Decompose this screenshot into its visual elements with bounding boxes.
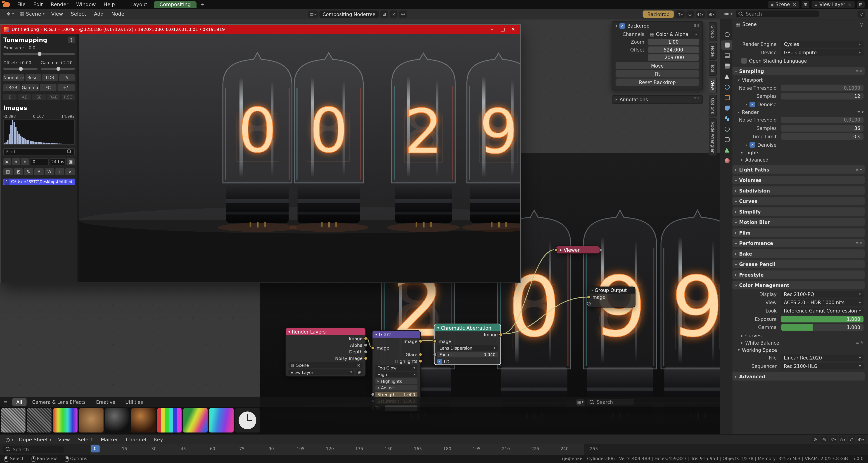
panel-motion-blur[interactable]: ▸Motion Blur <box>732 218 865 226</box>
gizmos-icon[interactable]: ◉▾ <box>707 11 716 18</box>
viewer-button-[interactable]: ✎ <box>59 74 75 81</box>
only-selected-icon[interactable]: ⊙ <box>812 436 819 443</box>
collapse-icon[interactable]: ▾ <box>591 288 593 293</box>
menu-window[interactable]: Window <box>72 0 100 9</box>
prop-exposure[interactable]: Exposure1.000 <box>732 315 864 323</box>
viewer-button-i[interactable]: i <box>55 168 64 175</box>
show-hidden-icon[interactable]: ◎ <box>820 436 828 443</box>
panel-options-icons[interactable]: ≡ ▾ <box>856 167 862 172</box>
asset-thumbnail-sphere[interactable] <box>105 408 130 432</box>
viewer-button-[interactable]: ▤ <box>3 168 13 175</box>
dropdown-device[interactable]: GPU Compute▾ <box>781 49 864 56</box>
viewer-button-fc[interactable]: FC <box>39 84 57 91</box>
collapse-icon[interactable]: ▾ <box>437 325 439 330</box>
sidebar-tab-view[interactable]: View <box>709 77 717 93</box>
pin-icon[interactable]: ◎ <box>859 22 864 27</box>
editor-type-dropdown[interactable]: ❖▾ <box>3 11 17 16</box>
material-properties-tab[interactable] <box>721 156 732 165</box>
collapse-icon[interactable]: ▸ <box>746 143 747 147</box>
fit-button[interactable]: Fit <box>616 70 699 77</box>
viewer-button-ldr[interactable]: LDR <box>42 74 58 81</box>
object-data-properties-tab[interactable] <box>721 145 732 155</box>
sidebar-tab-node-wrangler[interactable]: Node Wrangler <box>709 118 717 156</box>
viewer-button-gamma[interactable]: Gamma <box>22 84 38 91</box>
offset-x-field[interactable]: 524.000 <box>648 46 699 53</box>
viewer-button-[interactable]: × <box>66 168 75 175</box>
help-button[interactable]: ? <box>68 37 74 43</box>
panel-denoise[interactable]: ▸✓Denoise <box>732 101 867 108</box>
exposure-slider[interactable] <box>3 52 75 57</box>
collapse-icon[interactable]: ▸ <box>735 272 737 277</box>
particles-properties-tab[interactable] <box>721 114 732 123</box>
world-properties-tab[interactable] <box>721 82 732 92</box>
view-layer-selector[interactable]: ≡View Layer× <box>811 1 855 8</box>
collapse-icon[interactable]: ▾ <box>738 78 740 82</box>
menu-node[interactable]: Node <box>107 11 128 16</box>
asset-thumbnail-noise[interactable] <box>1 408 26 432</box>
asset-thumbnail-noise[interactable] <box>27 408 52 432</box>
collapse-icon[interactable]: ▸ <box>735 220 737 224</box>
collapse-icon[interactable]: ▸ <box>741 333 743 338</box>
new-view-layer-button[interactable]: ⊞ <box>857 1 865 8</box>
panel-bake[interactable]: ▸Bake <box>732 250 865 258</box>
overlays-icon[interactable]: ◐▾ <box>696 11 705 18</box>
panel-performance[interactable]: ▸Performance≡ ▾ <box>732 239 865 247</box>
find-input[interactable]: Find <box>3 148 75 156</box>
checkbox[interactable]: ✓ <box>750 102 755 107</box>
depth-output-socket[interactable] <box>364 350 367 354</box>
panel-open-shading-language[interactable]: Open Shading Language <box>732 57 867 65</box>
minimize-button[interactable]: – <box>488 27 496 32</box>
menu-view[interactable]: View <box>54 436 74 442</box>
collapse-icon[interactable]: ▸ <box>735 262 737 266</box>
render-layers-node[interactable]: ▾Render Layers Image Alpha Depth Noisy I… <box>285 327 366 377</box>
panel-volumes[interactable]: ▸Volumes <box>732 176 865 184</box>
number-field-noise-threshold[interactable]: 0.1000 <box>781 85 864 91</box>
asset-thumbnail-tex[interactable] <box>79 408 103 432</box>
dropdown-file[interactable]: Linear Rec.2020▾ <box>781 355 864 361</box>
number-field-samples[interactable]: 36 <box>781 125 864 132</box>
image-input-socket[interactable] <box>433 339 436 343</box>
panel-denoise[interactable]: ▸✓Denoise <box>732 141 867 149</box>
collapse-icon[interactable]: ▸ <box>735 188 737 193</box>
collapse-icon[interactable]: ▸ <box>560 247 562 252</box>
image-viewer-window[interactable]: Untitled.png – R,G,B – 100% – @328,186 (… <box>0 24 521 284</box>
collapse-icon[interactable]: ▸ <box>741 340 743 345</box>
prop-samples[interactable]: Samples12 <box>732 92 864 100</box>
render-layer-button[interactable]: ◉ <box>356 369 363 375</box>
prop-samples[interactable]: Samples36 <box>732 125 864 132</box>
constraints-properties-tab[interactable] <box>721 135 732 144</box>
panel-freestyle[interactable]: ▸Freestyle <box>732 270 865 279</box>
display-mode-icon[interactable]: ▦▾ <box>576 399 585 406</box>
virtual-input-socket[interactable] <box>586 302 590 305</box>
frame-field[interactable]: 0 <box>30 158 49 165</box>
collapse-icon[interactable]: ▾ <box>735 69 737 73</box>
dope-sheet-mode-dropdown[interactable]: Dope Sheet▾ <box>16 436 54 442</box>
image-input-socket[interactable] <box>586 295 590 299</box>
glare-output-socket[interactable] <box>418 353 422 356</box>
timeline-ruler[interactable]: Search 0 1530456075901051201351501651801… <box>0 444 868 455</box>
collapse-icon[interactable]: ▸ <box>735 167 737 172</box>
shelf-tab-creative[interactable]: Creative <box>91 398 120 406</box>
image-output-socket[interactable] <box>364 336 367 340</box>
unlink-icon[interactable]: × <box>357 362 360 367</box>
editor-type-dropdown[interactable]: ◷▾ <box>3 436 16 442</box>
maximize-button[interactable]: □ <box>499 27 506 32</box>
viewer-button-normalize[interactable]: Normalize <box>3 74 24 81</box>
prop-sequencer[interactable]: SequencerRec.2100-HLG▾ <box>732 362 864 370</box>
slider-gamma[interactable]: 1.000 <box>781 324 864 331</box>
panel-lights[interactable]: ▸Lights <box>732 149 864 156</box>
viewer-button-rse[interactable]: RSE <box>61 94 74 100</box>
collapse-icon[interactable]: ▸ <box>735 209 737 214</box>
node-header[interactable]: ▾Glare <box>372 331 420 338</box>
output-properties-tab[interactable] <box>721 51 732 60</box>
prev-image-button[interactable]: « <box>12 158 20 165</box>
number-field-samples[interactable]: 12 <box>781 93 864 99</box>
sidebar-tab-node[interactable]: Node <box>709 42 717 60</box>
highlights-output-socket[interactable] <box>418 359 422 363</box>
asset-thumbnail-rainbow-v[interactable] <box>157 408 182 432</box>
unlink-nodetree-button[interactable]: × <box>390 11 397 18</box>
collapse-icon[interactable]: ▸ <box>735 241 737 245</box>
panel-curves[interactable]: ▸Curves <box>732 197 865 205</box>
panel-advanced[interactable]: ▸Advanced <box>732 156 864 163</box>
dropdown-sequencer[interactable]: Rec.2100-HLG▾ <box>781 363 864 369</box>
